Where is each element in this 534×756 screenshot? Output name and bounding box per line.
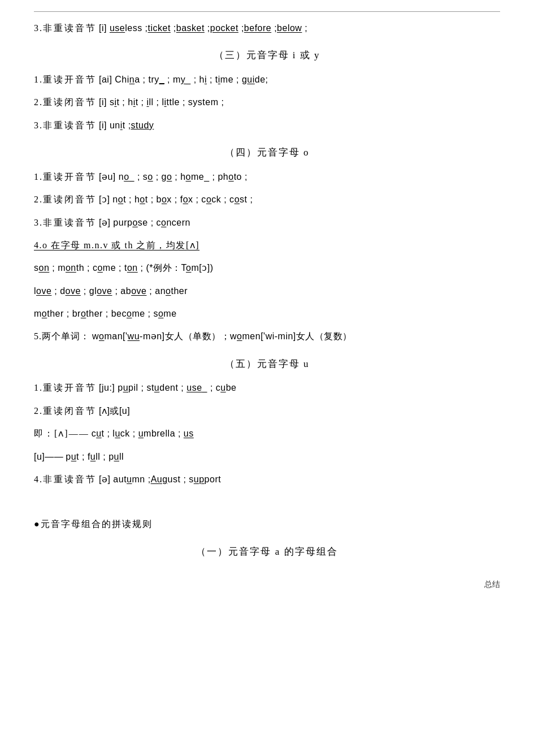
item-open-ai: 1.重读开音节 [ai] China ; try_ ; my_ ; hi ; t…: [34, 71, 500, 88]
words-non-stress-i: useless ;ticket ;basket ;pocket ;before …: [110, 23, 307, 33]
words-open-ai: China ; try_ ; my_ ; hi ; time ; guide;: [115, 75, 268, 84]
phonetic-closed-i: [i]: [99, 97, 110, 107]
words-closed-i: sit ; hit ; ill ; little ; system ;: [110, 97, 224, 107]
subheading-a-combo: （一）元音字母 a 的字母组合: [34, 543, 500, 561]
item-u-u: [u]—— put ; full ; pull: [34, 448, 500, 465]
label-open-ai: 1.重读开音节: [34, 75, 97, 84]
heading-section-4: （四）元音字母 o: [34, 144, 500, 162]
item-closed-u: 2.重读闭音节 [ʌ]或[u]: [34, 403, 500, 420]
words-nonstress-u: autumn ;August ; support: [113, 474, 221, 484]
item-nonstress-i2: 3.非重读音节 [i] unit ;study: [34, 117, 500, 134]
phonetic-ou: [əu]: [99, 172, 119, 182]
words-u-u: put ; full ; pull: [66, 452, 124, 461]
words-o-line2: love ; dove ; glove ; above ; another: [34, 283, 500, 300]
item-open-ou: 1.重读开音节 [əu] no_ ; so ; go ; home_ ; pho…: [34, 169, 500, 185]
label-o-before: 4.o 在字母 m.n.v 或 th 之前，均发[ʌ]: [34, 240, 199, 250]
words-o-line3: mother ; brother ; become ; some: [34, 305, 500, 322]
item-u-a: 即：[ʌ]—— cut ; luck ; umbrella ; us: [34, 425, 500, 442]
phonetic-u-open: [ju:]: [99, 383, 118, 392]
bullet-vowel-combo: ●元音字母组合的拼读规则: [34, 516, 500, 533]
words-love-line: love ; dove ; glove ; above ; another: [34, 286, 188, 296]
top-border: [34, 11, 500, 12]
phonetic-nonstress-i2: [i]: [99, 120, 110, 130]
label-nonstress-u: 4.非重读音节: [34, 474, 97, 484]
heading-section-3: （三）元音字母 i 或 y: [34, 47, 500, 64]
heading-section-5: （五）元音字母 u: [34, 356, 500, 373]
words-nonstress-i2: unit ;study: [110, 120, 154, 130]
words-o-line1: son ; month ; come ; ton ; (*例外：Tom[ɔ]): [34, 260, 500, 277]
phonetic-u-u: [u]——: [34, 452, 63, 461]
footer: 总结: [34, 577, 500, 591]
words-mother-line: mother ; brother ; become ; some: [34, 309, 177, 318]
phonetic-nonstress-o: [ə]: [99, 218, 113, 227]
phonetic-o-closed: [ɔ]: [99, 195, 112, 204]
item-closed-o: 2.重读闭音节 [ɔ] not ; hot ; box ; fox ; cock…: [34, 191, 500, 208]
label-open-u: 1.重读开音节: [34, 383, 97, 392]
phonetic-nonstress-u: [ə]: [99, 474, 113, 484]
label-closed-u: 2.重读闭音节: [34, 406, 97, 416]
label-closed-o: 2.重读闭音节: [34, 195, 97, 204]
label-nonstress-o: 3.非重读音节: [34, 218, 97, 227]
label-open-ou: 1.重读开音节: [34, 172, 97, 182]
footer-text: 总结: [484, 580, 500, 589]
phonetic-ai: [ai]: [99, 75, 115, 84]
bullet-label: ●元音字母组合的拼读规则: [34, 519, 153, 529]
words-woman-women: woman['wu-mən]女人（单数）；women['wi-min]女人（复数…: [92, 331, 352, 341]
phonetic-i-non: [i]: [99, 23, 110, 33]
label-u-a: 即：[ʌ]——: [34, 429, 89, 438]
item-closed-i: 2.重读闭音节 [i] sit ; hit ; ill ; little ; s…: [34, 94, 500, 111]
item-nonstress-o: 3.非重读音节 [ə] purpose ; concern: [34, 214, 500, 231]
label-nonstress-i2: 3.非重读音节: [34, 120, 97, 130]
item-nonstress-u: 4.非重读音节 [ə] autumn ;August ; support: [34, 471, 500, 488]
words-son-line: son ; month ; come ; ton ; (*例外：Tom[ɔ]): [34, 263, 214, 273]
item-open-u: 1.重读开音节 [ju:] pupil ; student ; use_ ; c…: [34, 379, 500, 396]
item-woman-women: 5.两个单词： woman['wu-mən]女人（单数）；women['wi-m…: [34, 328, 500, 345]
item-o-before-mnvth: 4.o 在字母 m.n.v 或 th 之前，均发[ʌ]: [34, 237, 500, 254]
words-nonstress-o: purpose ; concern: [113, 218, 190, 227]
label-non-stress-3: 3.非重读音节: [34, 23, 97, 33]
words-open-u: pupil ; student ; use_ ; cube: [118, 383, 236, 392]
label-closed-i: 2.重读闭音节: [34, 97, 97, 107]
words-u-a: cut ; luck ; umbrella ; us: [92, 429, 194, 438]
phonetic-u-closed: [ʌ]或[u]: [99, 406, 130, 416]
words-open-ou: no_ ; so ; go ; home_ ; photo ;: [119, 172, 248, 182]
section-non-stress-i: 3.非重读音节 [i] useless ;ticket ;basket ;poc…: [34, 20, 500, 37]
words-closed-o: not ; hot ; box ; fox ; cock ; cost ;: [112, 195, 253, 204]
label-woman-women: 5.两个单词：: [34, 331, 90, 341]
